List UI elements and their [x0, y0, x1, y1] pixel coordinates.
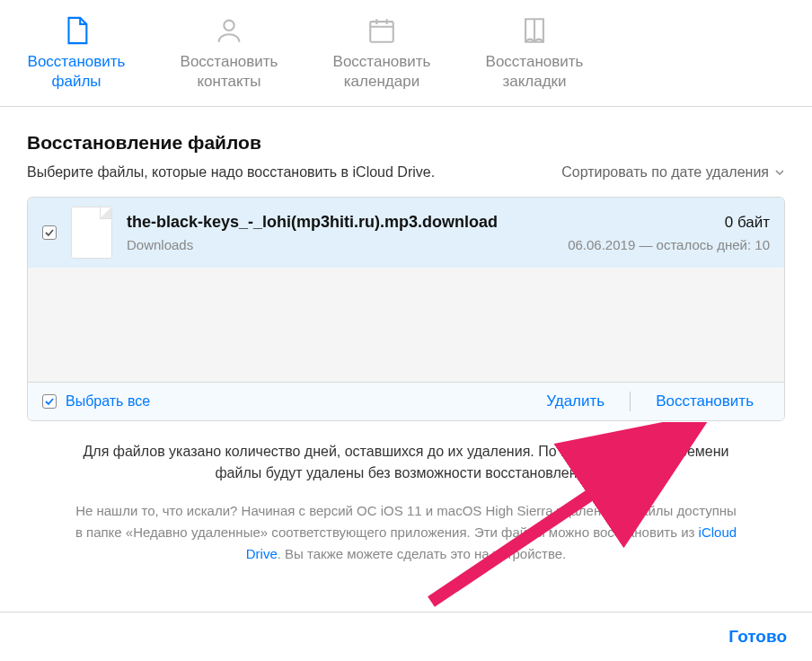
select-all-checkbox[interactable]: [42, 394, 57, 409]
tab-label: Восстановитьконтакты: [181, 52, 278, 92]
file-icon: [61, 14, 92, 47]
tab-restore-bookmarks[interactable]: Восстановитьзакладки: [458, 9, 611, 106]
list-empty-space: [28, 268, 784, 382]
delete-button[interactable]: Удалить: [530, 392, 621, 410]
file-thumbnail-icon: [71, 207, 112, 259]
note-secondary: Не нашли то, что искали? Начиная с верси…: [72, 500, 740, 565]
separator: [630, 392, 631, 411]
tab-restore-contacts[interactable]: Восстановитьконтакты: [153, 9, 305, 106]
file-checkbox[interactable]: [42, 225, 57, 240]
file-name: the-black-keys_-_lohi(mp3hiti.ru).mp3.do…: [127, 213, 498, 232]
tab-restore-calendars[interactable]: Восстановитькалендари: [305, 9, 458, 106]
svg-point-0: [224, 21, 234, 31]
svg-rect-1: [370, 22, 393, 42]
bottom-bar: Готово: [0, 612, 812, 661]
check-icon: [44, 227, 55, 238]
section-description: Выберите файлы, которые надо восстановит…: [27, 164, 435, 181]
tab-label: Восстановитьфайлы: [28, 52, 126, 92]
tab-bar: Восстановитьфайлы Восстановитьконтакты В…: [0, 0, 812, 107]
file-folder: Downloads: [127, 237, 193, 252]
calendar-icon: [366, 14, 397, 47]
contact-icon: [214, 14, 244, 47]
tab-restore-files[interactable]: Восстановитьфайлы: [0, 9, 153, 106]
tab-label: Восстановитькалендари: [333, 52, 431, 92]
file-date-remaining: 06.06.2019 — осталось дней: 10: [568, 237, 770, 252]
done-button[interactable]: Готово: [728, 627, 787, 647]
check-icon: [44, 396, 55, 407]
chevron-down-icon: [774, 167, 785, 178]
file-row[interactable]: the-black-keys_-_lohi(mp3hiti.ru).mp3.do…: [28, 198, 784, 268]
tab-label: Восстановитьзакладки: [486, 52, 584, 92]
list-footer-bar: Выбрать все Удалить Восстановить: [28, 382, 784, 420]
select-all-button[interactable]: Выбрать все: [42, 393, 150, 410]
select-all-label: Выбрать все: [66, 393, 150, 410]
sort-label: Сортировать по дате удаления: [561, 164, 769, 181]
file-list: the-black-keys_-_lohi(mp3hiti.ru).mp3.do…: [27, 197, 785, 421]
note-primary: Для файлов указано количество дней, оста…: [72, 441, 740, 484]
file-size: 0 байт: [725, 214, 770, 232]
restore-button[interactable]: Восстановить: [640, 392, 770, 410]
sort-dropdown[interactable]: Сортировать по дате удаления: [561, 164, 785, 181]
section-title: Восстановление файлов: [27, 132, 785, 154]
bookmark-icon: [519, 14, 550, 47]
